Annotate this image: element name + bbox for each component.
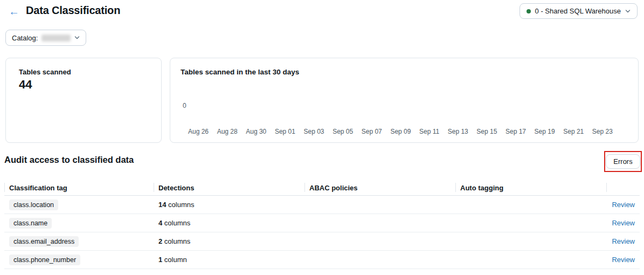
chart-x-tick: Sep 13 — [448, 128, 468, 135]
errors-button-highlight-annotation: Errors — [604, 151, 642, 172]
column-header-auto-tagging: Auto tagging — [455, 180, 606, 195]
detections-count: 4 — [158, 219, 162, 227]
chart-x-tick: Sep 07 — [362, 128, 382, 135]
chart-x-tick: Sep 21 — [563, 128, 584, 135]
chart-x-tick: Sep 17 — [505, 128, 526, 135]
chart-x-axis: Aug 26 Aug 28 Aug 30 Sep 01 Sep 03 Sep 0… — [188, 128, 613, 135]
detections-unit: column — [164, 256, 187, 264]
detections-count: 1 — [158, 256, 162, 264]
review-link[interactable]: Review — [612, 256, 635, 264]
warehouse-selector-label: 0 - Shared SQL Warehouse — [535, 7, 621, 15]
chart-x-tick: Aug 28 — [217, 128, 238, 135]
detections-unit: columns — [164, 219, 190, 227]
sql-warehouse-selector[interactable]: 0 - Shared SQL Warehouse — [520, 3, 638, 19]
table-row: class.name 4 columns Review — [4, 214, 640, 232]
tables-scanned-card: Tables scanned 44 — [5, 58, 162, 143]
chart-y-axis-tick: 0 — [183, 102, 186, 109]
tables-scanned-value: 44 — [19, 78, 148, 92]
data-classification-page: ← Data Classification 0 - Shared SQL War… — [0, 0, 644, 275]
catalog-filter-dropdown[interactable]: Catalog: — [5, 30, 86, 46]
detections-cell: 1 column — [154, 256, 304, 264]
detections-cell: 14 columns — [154, 201, 304, 209]
chart-x-tick: Sep 23 — [592, 128, 613, 135]
chart-x-tick: Sep 01 — [275, 128, 295, 135]
back-arrow-icon[interactable]: ← — [9, 5, 19, 18]
errors-button[interactable]: Errors — [606, 154, 640, 169]
chart-x-tick: Aug 26 — [188, 128, 209, 135]
chevron-down-icon — [625, 9, 631, 14]
catalog-value-redacted — [41, 35, 71, 42]
chart-x-tick: Sep 09 — [390, 128, 411, 135]
table-row: class.phone_number 1 column Review — [4, 251, 640, 269]
chart-x-tick: Sep 19 — [535, 128, 555, 135]
column-header-abac-policies: ABAC policies — [304, 180, 455, 195]
chart-x-tick: Sep 03 — [304, 128, 324, 135]
detections-count: 2 — [158, 237, 162, 245]
classification-tag-pill: class.phone_number — [9, 255, 80, 265]
table-row: class.location 14 columns Review — [4, 196, 640, 214]
catalog-filter-label: Catalog: — [12, 34, 38, 42]
chevron-down-icon — [74, 35, 80, 40]
chart-x-tick: Sep 11 — [419, 128, 439, 135]
detections-unit: columns — [164, 237, 190, 245]
tables-scanned-chart-card: Tables scanned in the last 30 days 0 Aug… — [170, 58, 639, 143]
audit-section-heading: Audit access to classified data — [4, 155, 134, 165]
table-header-row: Classification tag Detections ABAC polic… — [4, 180, 640, 196]
review-link[interactable]: Review — [612, 237, 635, 245]
detections-count: 14 — [158, 201, 166, 209]
detections-cell: 2 columns — [154, 237, 304, 245]
column-header-classification-tag: Classification tag — [4, 180, 154, 195]
table-row: class.email_address 2 columns Review — [4, 232, 640, 251]
column-header-actions — [606, 180, 640, 195]
classification-tag-pill: class.name — [9, 218, 52, 229]
tables-scanned-title: Tables scanned — [19, 68, 148, 76]
review-link[interactable]: Review — [612, 219, 635, 227]
classification-tag-pill: class.location — [9, 200, 58, 210]
warehouse-status-dot-icon — [527, 9, 531, 13]
chart-x-tick: Sep 15 — [476, 128, 497, 135]
column-header-detections: Detections — [154, 180, 304, 195]
review-link[interactable]: Review — [612, 201, 635, 209]
chart-x-tick: Sep 05 — [333, 128, 353, 135]
page-title: Data Classification — [26, 4, 120, 17]
chart-x-tick: Aug 30 — [246, 128, 266, 135]
chart-title: Tables scanned in the last 30 days — [181, 68, 299, 76]
detections-unit: columns — [168, 201, 194, 209]
classification-table: Classification tag Detections ABAC polic… — [4, 180, 640, 269]
classification-tag-pill: class.email_address — [9, 236, 79, 247]
detections-cell: 4 columns — [154, 219, 304, 227]
